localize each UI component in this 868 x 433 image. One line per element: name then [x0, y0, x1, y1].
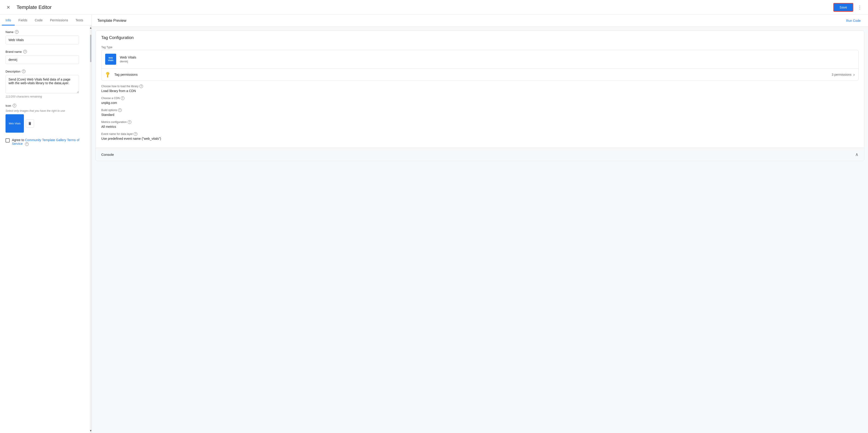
preview-card: Tag Configuration Tag Type Web Vitals We… [95, 31, 864, 161]
scrollbar-track[interactable]: ▲ ▼ [90, 26, 92, 433]
header: ✕ Template Editor Save ⋮ [0, 0, 868, 15]
tab-permissions[interactable]: Permissions [46, 15, 72, 26]
event-value: Use predefined event name ("web_vitals") [101, 137, 859, 140]
icon-field-group: Icon ? Select only images that you have … [5, 104, 84, 133]
save-button[interactable]: Save [833, 3, 853, 12]
right-header: Template Preview Run Code [92, 15, 868, 27]
tos-checkbox[interactable] [5, 138, 10, 142]
brand-name-input[interactable] [5, 55, 79, 64]
console-section: Console ∧ [96, 148, 864, 161]
tag-config-title: Tag Configuration [96, 31, 864, 44]
right-content: Tag Configuration Tag Type Web Vitals We… [92, 27, 868, 433]
scrollbar-thumb[interactable] [90, 35, 91, 62]
header-left: ✕ Template Editor [4, 3, 52, 12]
brand-name-label: Brand name ? [5, 50, 84, 54]
tag-info: Web Vitals demirj [120, 55, 855, 63]
config-section: Choose how to load the library ? Load li… [96, 85, 864, 148]
library-value: Load library from a CDN [101, 89, 859, 93]
scroll-arrow-up[interactable]: ▲ [90, 26, 92, 30]
chevron-right-icon: › [853, 72, 855, 77]
permissions-label: Tag permissions [114, 73, 832, 76]
build-value: Standard [101, 113, 859, 116]
tag-type-row[interactable]: Web Vitals Web Vitals demirj [101, 50, 858, 69]
description-field-group: Description ? 111/200 characters remaini… [5, 69, 84, 98]
name-field-group: Name ? [5, 30, 84, 44]
event-config-item: Event name for data layer ? Use predefin… [101, 132, 859, 140]
library-config-item: Choose how to load the library ? Load li… [101, 85, 859, 93]
tos-help-icon[interactable]: ? [25, 142, 29, 146]
icon-label: Icon ? [5, 104, 84, 107]
metrics-label: Metrics configuration ? [101, 120, 859, 124]
tag-icon-box: Web Vitals [105, 54, 116, 65]
cdn-help-icon[interactable]: ? [121, 96, 124, 100]
description-textarea[interactable] [5, 75, 79, 93]
library-label: Choose how to load the library ? [101, 85, 859, 88]
event-label: Event name for data layer ? [101, 132, 859, 136]
scroll-arrow-down[interactable]: ▼ [90, 428, 92, 433]
preview-title: Template Preview [97, 19, 126, 23]
brand-name-help-icon[interactable]: ? [23, 50, 27, 54]
run-code-button[interactable]: Run Code [844, 18, 863, 24]
left-content: Name ? Brand name ? Descriptio [0, 26, 90, 433]
build-help-icon[interactable]: ? [118, 108, 122, 112]
cdn-config-item: Choose a CDN ? unpkg.com [101, 96, 859, 105]
description-help-icon[interactable]: ? [22, 69, 26, 73]
icon-hint: Select only images that you have the rig… [5, 109, 84, 112]
metrics-value: All metrics [101, 125, 859, 129]
tab-info[interactable]: Info [2, 15, 15, 26]
icon-delete-button[interactable] [26, 119, 34, 128]
tab-tests[interactable]: Tests [72, 15, 87, 26]
left-panel: Info Fields Code Permissions Tests Name … [0, 15, 92, 433]
cdn-value: unpkg.com [101, 101, 859, 105]
event-help-icon[interactable]: ? [134, 132, 137, 136]
key-icon: 🔑 [104, 71, 112, 78]
brand-name-field-group: Brand name ? [5, 50, 84, 64]
more-options-button[interactable]: ⋮ [855, 3, 864, 12]
console-chevron-icon[interactable]: ∧ [855, 152, 859, 157]
char-count: 111/200 characters remaining [5, 95, 84, 98]
cdn-label: Choose a CDN ? [101, 96, 859, 100]
tag-type-card: Web Vitals Web Vitals demirj 🔑 Tag permi… [101, 50, 859, 81]
icon-help-icon[interactable]: ? [12, 104, 16, 107]
permissions-count: 3 permissions [832, 73, 851, 76]
tabs: Info Fields Code Permissions Tests [0, 15, 92, 26]
console-title: Console [101, 153, 114, 157]
name-help-icon[interactable]: ? [15, 30, 19, 34]
tos-text: Agree to Community Template Gallery Term… [12, 138, 84, 146]
build-config-item: Build options ? Standard [101, 108, 859, 116]
main-layout: Info Fields Code Permissions Tests Name … [0, 15, 868, 433]
tab-code[interactable]: Code [31, 15, 46, 26]
tos-section: Agree to Community Template Gallery Term… [5, 138, 84, 146]
icon-preview: Web Vitals [5, 114, 24, 133]
trash-icon [28, 122, 32, 126]
close-button[interactable]: ✕ [4, 3, 13, 12]
right-panel: Template Preview Run Code Tag Configurat… [92, 15, 868, 433]
name-label: Name ? [5, 30, 84, 34]
header-right: Save ⋮ [833, 3, 864, 12]
tag-brand: demirj [120, 60, 855, 63]
description-label: Description ? [5, 69, 84, 73]
tab-fields[interactable]: Fields [15, 15, 31, 26]
tag-name: Web Vitals [120, 55, 855, 59]
metrics-config-item: Metrics configuration ? All metrics [101, 120, 859, 129]
page-title: Template Editor [17, 4, 52, 10]
name-input[interactable] [5, 36, 79, 44]
icon-container: Web Vitals [5, 114, 84, 133]
tag-permissions-row[interactable]: 🔑 Tag permissions 3 permissions › [101, 69, 858, 80]
build-label: Build options ? [101, 108, 859, 112]
metrics-help-icon[interactable]: ? [128, 120, 131, 124]
tag-type-label: Tag Type [96, 44, 864, 50]
library-help-icon[interactable]: ? [140, 85, 143, 88]
